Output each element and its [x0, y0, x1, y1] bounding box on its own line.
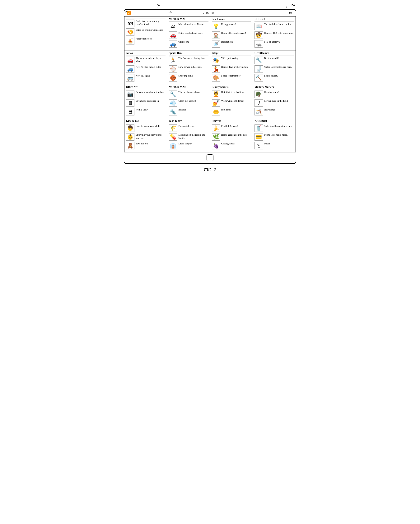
beauty-text-3: soft hands [221, 108, 231, 112]
list-item[interactable]: 🦡 Seal of approval [254, 40, 294, 48]
list-item[interactable]: 🍇 Great grapes! [212, 142, 251, 149]
list-item[interactable]: 💡 Energy savers! [212, 23, 251, 30]
list-item[interactable]: 🖥 Streamline desks are in! [126, 99, 166, 107]
list-item[interactable]: 🎖 Saving lives in the field. [254, 99, 294, 107]
cell-best-homes[interactable]: Best Homes 💡 Energy savers! 🏠 Home offic… [210, 17, 253, 51]
motorman-icon-1: 🔧 [169, 90, 177, 98]
list-item[interactable]: 🎭 We're just saying [212, 57, 251, 64]
cell-greathomes[interactable]: GreatHomes 🔧 Do it yourself! 🚽 Water sav… [253, 51, 296, 84]
homes-icon-2: 🏠 [212, 31, 220, 39]
list-item[interactable]: 🥤 Soda giant has major recall. [254, 124, 294, 132]
list-item[interactable]: 💊 Medicine on the rise in the North. [169, 133, 208, 140]
list-item[interactable]: 🌿 Home gardens on the rise. [212, 133, 251, 140]
list-item[interactable]: 📷 Be your own photo-grapher. [126, 90, 166, 98]
cell-office-art[interactable]: Office Art 📷 Be your own photo-grapher. … [124, 84, 167, 118]
list-item[interactable]: 💃 Happy days are here again! [212, 65, 251, 73]
list-item[interactable]: 🏃 The Season is closing fast. [169, 57, 208, 64]
list-item[interactable]: 👔 Dress the part [169, 142, 208, 149]
list-item[interactable]: 👶 Enjoying your baby's first months. [126, 133, 166, 140]
cell-harvest[interactable]: Harvest 🍌 Fruitfull Season! 🌿 Home garde… [210, 118, 253, 152]
list-item[interactable]: 🏠 Home office makeovers! [212, 31, 251, 39]
beauty-text-1: Hair that feels healthy. [221, 90, 244, 94]
list-item[interactable]: 🎨 a face to remember [212, 74, 251, 81]
status-bar-area: 101 102 📶 7:45 PM 100% [124, 10, 296, 16]
list-item[interactable]: 🚙 with room [169, 40, 208, 48]
cell-autos[interactable]: Autos 🚗 The new models are in, see what … [124, 51, 167, 84]
istage-icon-1: 🎭 [212, 57, 220, 64]
list-item[interactable]: 🌾 Farming decline. [169, 124, 208, 132]
office-icon-3: 🖥 [126, 108, 134, 115]
battery-display: 100% [286, 11, 293, 15]
cell-food[interactable]: 🍽 Guilt-free, very yummy comfort food 🍤 … [124, 17, 167, 51]
jobs-text-2: Medicine on the rise in the North. [178, 133, 208, 140]
list-item[interactable]: 🪃 New sling! [254, 108, 294, 115]
autos-icon-3: 🚌 [126, 74, 134, 81]
list-item[interactable]: 💅 Work with confidence! [212, 99, 251, 107]
list-item[interactable]: 🖱 Mice! [254, 142, 294, 149]
magazine-grid: 🍽 Guilt-free, very yummy comfort food 🍤 … [124, 16, 296, 152]
sports-icon-2: ⚾ [169, 65, 177, 73]
cell-sports-here[interactable]: Sports Here 🏃 The Season is closing fast… [167, 51, 210, 84]
cell-news-brief[interactable]: News Brief 🥤 Soda giant has major recall… [253, 118, 296, 152]
ugggo-text-3: Seal of approval [264, 40, 280, 44]
cell-istage[interactable]: iStage 🎭 We're just saying 💃 Happy days … [210, 51, 253, 84]
list-item[interactable]: 🍽 Guilt-free, very yummy comfort food [126, 19, 166, 27]
list-item[interactable]: 🤠 Cowboy Up! with new comic [254, 31, 294, 39]
list-item[interactable]: 🏎 More downforce., Please: [169, 23, 208, 30]
food-text-3: Pasta with spice! [136, 37, 152, 41]
list-item[interactable]: 🖥 With a view [126, 108, 166, 115]
list-item[interactable]: 💆 Hair that feels healthy. [212, 90, 251, 98]
motor-text-3: with room [178, 40, 189, 44]
cell-motor-man-header: MOTOR MAN [169, 86, 208, 89]
list-item[interactable]: 🏀 Shooting skills [169, 74, 208, 81]
list-item[interactable]: 🚗 Enjoy comfort and more [169, 31, 208, 39]
list-item[interactable]: 🔨 Leaky faucet? [254, 74, 294, 81]
sports-icon-3: 🏀 [169, 74, 177, 81]
food-icon-3: 🍝 [126, 37, 134, 44]
list-item[interactable]: 🍌 Fruitfull Season! [212, 124, 251, 132]
greathomes-text-3: Leaky faucet? [264, 74, 278, 78]
list-item[interactable]: 🚿 Best faucets [212, 40, 251, 48]
beauty-icon-3: 🤲 [212, 108, 220, 115]
cell-jobs-today[interactable]: Jobs Today 🌾 Farming decline. 💊 Medicine… [167, 118, 210, 152]
cell-sports-here-header: Sports Here [169, 52, 208, 55]
cell-kids-n-you[interactable]: Kids-n-You 👦 How to shape your child 👶 E… [124, 118, 167, 152]
list-item[interactable]: 👦 How to shape your child [126, 124, 166, 132]
list-item[interactable]: 🪖 Coming home? [254, 90, 294, 98]
list-item[interactable]: 💳 Spend less, make more. [254, 133, 294, 140]
list-item[interactable]: 🚙 New 4x4 for family rides. [126, 65, 166, 73]
list-item[interactable]: 💨 Clean air, a must! [169, 99, 208, 107]
jobs-text-3: Dress the part [178, 142, 192, 145]
news-icon-3: 🖱 [254, 142, 263, 149]
cell-motor-mag[interactable]: MOTOR MAG 🏎 More downforce., Please: 🚗 E… [167, 17, 210, 51]
cell-beauty-secrets[interactable]: Beauty Secrets 💆 Hair that feels healthy… [210, 84, 253, 118]
news-text-3: Mice! [264, 142, 270, 145]
food-text-2: Spice up shrimp with sauce [136, 28, 163, 32]
list-item[interactable]: 🔩 Bolted! [169, 108, 208, 115]
list-item[interactable]: 🤲 soft hands [212, 108, 251, 115]
list-item[interactable]: 📖 The fresh list: New comics [254, 23, 294, 30]
home-button[interactable]: ⊡ [207, 154, 213, 161]
harvest-text-1: Fruitfull Season! [221, 124, 238, 128]
istage-icon-2: 💃 [212, 65, 220, 73]
list-item[interactable]: 🚽 Water saver toilets are here. [254, 65, 294, 73]
arrow-down-100: ↓ [157, 6, 159, 9]
list-item[interactable]: 🔧 The mechanics choice [169, 90, 208, 98]
list-item[interactable]: 🚌 New tail lights [126, 74, 166, 81]
ugggo-text-2: Cowboy Up! with new comic [264, 31, 294, 35]
list-item[interactable]: 🍝 Pasta with spice! [126, 37, 166, 44]
military-icon-2: 🎖 [254, 99, 263, 107]
cell-ugggo[interactable]: UGGGO 📖 The fresh list: New comics 🤠 Cow… [253, 17, 296, 51]
list-item[interactable]: 🧸 Toys for tots [126, 142, 166, 149]
cell-military-matters[interactable]: Military Matters 🪖 Coming home? 🎖 Saving… [253, 84, 296, 118]
list-item[interactable]: 🍤 Spice up shrimp with sauce [126, 28, 166, 36]
sports-text-2: New power in baseball. [178, 65, 202, 69]
cell-office-art-header: Office Art [126, 86, 166, 89]
list-item[interactable]: 🚗 The new models are in, see what [126, 57, 166, 64]
military-text-2: Saving lives in the field. [264, 99, 289, 103]
list-item[interactable]: 🔧 Do it yourself! [254, 57, 294, 64]
cell-autos-header: Autos [126, 52, 166, 55]
kids-icon-3: 🧸 [126, 142, 134, 149]
cell-motor-man[interactable]: MOTOR MAN 🔧 The mechanics choice 💨 Clean… [167, 84, 210, 118]
list-item[interactable]: ⚾ New power in baseball. [169, 65, 208, 73]
